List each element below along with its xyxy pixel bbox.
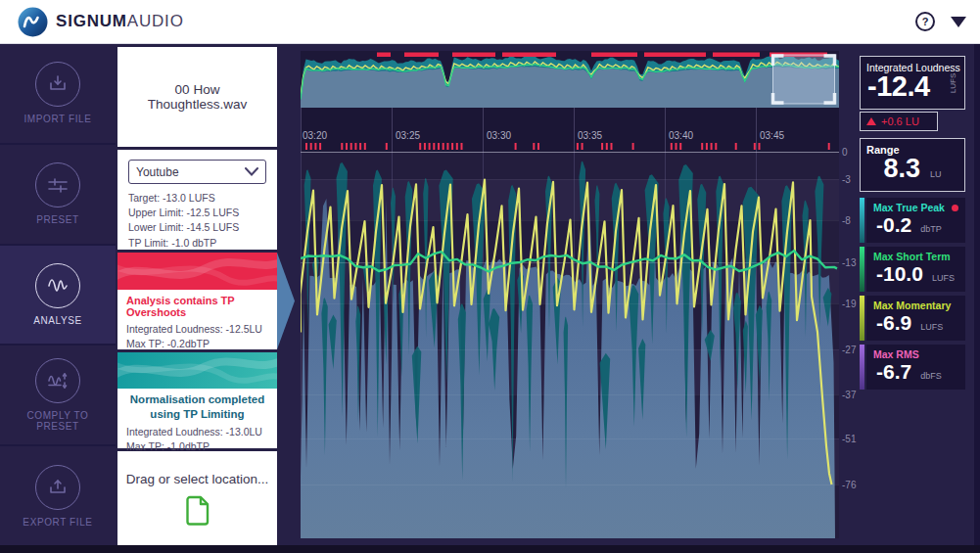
analyse-status-text: Analysis contains TP Overshoots <box>126 295 268 318</box>
chevron-down-icon <box>245 167 258 176</box>
preset-lower-limit: Lower Limit: -14.5 LUFS <box>128 220 266 235</box>
loaded-file-card: 00 How Thoughtless.wav <box>117 47 277 147</box>
brand-bold: SIGNUM <box>56 12 127 30</box>
max-momentary-meter: Max Momentary -6.9 LUFS <box>860 296 965 341</box>
max-short-term-meter: Max Short Term -10.0 LUFS <box>860 247 965 292</box>
wave-pattern-decoration <box>117 352 277 389</box>
tp-overshoot-markers <box>301 142 839 152</box>
preset-tp-limit: TP Limit: -1.0 dbTP <box>128 236 266 251</box>
analyse-max-tp: Max TP: -0.2dbTP <box>126 337 268 351</box>
meter-color-bar <box>860 296 864 341</box>
loudness-delta-box: +0.6 LU <box>860 112 938 131</box>
meter-color-bar <box>860 198 864 243</box>
y-axis-label: -19 <box>842 299 856 309</box>
loudness-delta-value: +0.6 LU <box>881 115 919 127</box>
max-momentary-value: -6.9 <box>876 311 911 335</box>
range-unit: LU <box>930 169 942 179</box>
wave-pattern-decoration <box>117 253 277 290</box>
timeline-label: 03:25 <box>396 130 420 141</box>
range-box: Range 8.3 LU <box>860 138 965 192</box>
y-axis-label: 0 <box>842 147 848 158</box>
active-card-arrow <box>277 253 295 349</box>
sidebar-item-comply-to-preset[interactable]: COMPLY TO PRESET <box>0 346 116 446</box>
preset-card: Youtube Target: -13.0 LUFS Upper Limit: … <box>117 150 277 250</box>
preset-selected-value: Youtube <box>136 165 179 179</box>
bottom-bar <box>0 545 980 553</box>
max-rms-meter: Max RMS -6.7 dbFS <box>860 345 965 390</box>
max-true-peak-label: Max True Peak <box>873 202 945 213</box>
analyse-card-header <box>117 253 277 290</box>
file-name: 00 How Thoughtless.wav <box>127 82 267 112</box>
sidebar-item-label: COMPLY TO PRESET <box>0 410 116 432</box>
max-short-term-unit: LUFS <box>932 273 955 283</box>
brand-light: AUDIO <box>127 12 184 30</box>
timeline-ruler: 03:2003:2503:3003:3503:4003:45 <box>301 108 839 152</box>
max-momentary-unit: LUFS <box>920 322 943 332</box>
comply-status-line1: Normalisation completed <box>125 392 269 407</box>
max-true-peak-value: -0.2 <box>876 213 911 237</box>
y-axis-label: -51 <box>842 434 856 444</box>
integrated-loudness-box: Integrated Loudness -12.4 LUFS <box>860 56 965 110</box>
analyse-result-card: Analysis contains TP Overshoots Integrat… <box>117 253 277 349</box>
integrated-loudness-unit: LUFS <box>948 72 957 92</box>
loudness-timeline-plot <box>301 152 839 538</box>
range-value: 8.3 <box>883 154 920 184</box>
max-rms-value: -6.7 <box>876 360 911 384</box>
app-window: SIGNUMAUDIO ? IMPORT FILE PRESET ANALYSE <box>0 0 980 553</box>
import-file-icon <box>35 62 80 107</box>
file-icon <box>185 495 210 526</box>
y-axis-label: -37 <box>842 390 856 400</box>
export-drop-zone[interactable]: Drag or select location... <box>117 451 277 545</box>
preset-select[interactable]: Youtube <box>128 160 266 184</box>
max-momentary-label: Max Momentary <box>873 300 951 311</box>
export-hint-text: Drag or select location... <box>126 472 269 486</box>
sidebar-item-label: IMPORT FILE <box>18 114 97 124</box>
overview-strip[interactable] <box>301 51 839 108</box>
preset-upper-limit: Upper Limit: -12.5 LUFS <box>128 206 266 220</box>
clip-indicator-dot <box>952 205 958 211</box>
max-rms-unit: dbFS <box>920 371 942 381</box>
menu-dropdown-icon[interactable] <box>951 17 966 27</box>
preset-icon <box>35 162 80 207</box>
timeline-label: 03:30 <box>487 130 511 141</box>
analyse-icon <box>35 263 80 308</box>
y-axis-label: -76 <box>842 480 856 490</box>
timeline-label: 03:35 <box>578 130 602 141</box>
sidebar-item-analyse[interactable]: ANALYSE <box>0 246 116 346</box>
brand-name: SIGNUMAUDIO <box>56 12 184 31</box>
max-short-term-label: Max Short Term <box>873 251 951 262</box>
increase-arrow-icon <box>866 117 876 125</box>
sidebar-item-preset[interactable]: PRESET <box>0 145 116 246</box>
export-file-icon <box>35 465 80 510</box>
brand-logo-icon <box>18 7 48 37</box>
sidebar-item-label: EXPORT FILE <box>17 517 98 528</box>
sidebar: IMPORT FILE PRESET ANALYSE COMPLY TO PRE… <box>0 44 116 545</box>
meter-color-bar <box>860 247 864 292</box>
comply-result-card: Normalisation completed using TP Limitin… <box>117 352 277 448</box>
timeline-label: 03:20 <box>303 130 327 141</box>
help-icon[interactable]: ? <box>915 12 935 31</box>
y-axis-label: -8 <box>842 215 851 226</box>
top-bar: SIGNUMAUDIO ? <box>0 0 980 44</box>
sidebar-item-export-file[interactable]: EXPORT FILE <box>0 446 116 545</box>
sidebar-item-label: ANALYSE <box>27 315 88 326</box>
selection-window[interactable] <box>773 55 835 104</box>
y-axis-label: -13 <box>842 257 856 268</box>
comply-status-line2: using TP Limiting <box>125 407 269 422</box>
max-true-peak-meter: Max True Peak -0.2 dbTP <box>860 198 965 243</box>
timeline-label: 03:45 <box>760 130 784 141</box>
comply-to-preset-icon <box>35 358 80 403</box>
y-axis-label: -3 <box>842 174 851 185</box>
sidebar-item-label: PRESET <box>30 214 85 225</box>
panel-right-edge <box>974 44 980 545</box>
max-true-peak-unit: dbTP <box>920 224 942 234</box>
comply-card-header <box>117 352 277 389</box>
meter-color-bar <box>860 345 864 390</box>
max-rms-label: Max RMS <box>873 348 919 360</box>
sidebar-item-import-file[interactable]: IMPORT FILE <box>0 44 116 145</box>
preset-target: Target: -13.0 LUFS <box>128 191 266 206</box>
max-short-term-value: -10.0 <box>876 262 923 286</box>
y-axis-label: -27 <box>842 345 856 355</box>
timeline-label: 03:40 <box>669 130 693 141</box>
analyse-integrated-loudness: Integrated Loudness: -12.5LU <box>126 322 268 337</box>
